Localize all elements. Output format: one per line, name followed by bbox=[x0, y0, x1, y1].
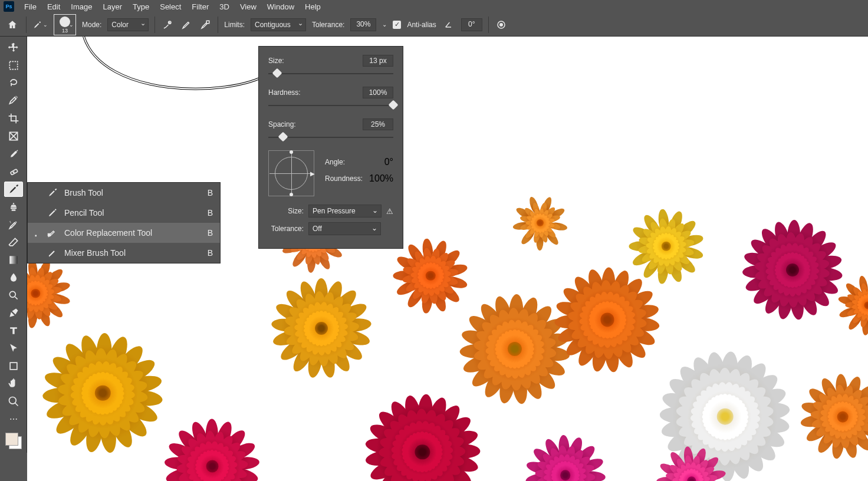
size-label: Size: bbox=[268, 57, 363, 65]
hardness-slider[interactable] bbox=[268, 101, 393, 110]
spacing-slider[interactable] bbox=[268, 133, 393, 142]
flyout-item-label: Mixer Brush Tool bbox=[64, 248, 202, 258]
sampling-bg-swatch-icon[interactable] bbox=[199, 18, 212, 31]
edit-toolbar[interactable]: ⋯ bbox=[4, 411, 23, 427]
spacing-input[interactable]: 25% bbox=[363, 118, 393, 130]
eraser-tool[interactable] bbox=[4, 235, 23, 250]
options-bar: ⌄ 13 ⌄ Mode: Color Limits: Contiguous To… bbox=[0, 13, 868, 37]
tools-panel: ⋯ bbox=[0, 37, 27, 453]
brush-tool-flyout: Brush Tool B Pencil Tool B Color Replace… bbox=[27, 182, 221, 263]
menu-filter[interactable]: Filter bbox=[186, 1, 214, 12]
svg-point-9 bbox=[9, 291, 15, 297]
move-tool[interactable] bbox=[4, 40, 23, 55]
roundness-label: Roundness: bbox=[325, 174, 363, 183]
tolerance-input[interactable]: 30% bbox=[350, 18, 376, 31]
brush-settings-popup: Size: 13 px Hardness: 100% Spacing: 25% … bbox=[258, 46, 403, 249]
angle-input[interactable]: 0° bbox=[384, 157, 393, 167]
dynamic-size-label: Size: bbox=[268, 207, 304, 215]
flyout-item-label: Pencil Tool bbox=[64, 208, 202, 218]
menu-edit[interactable]: Edit bbox=[42, 1, 65, 12]
angle-input[interactable]: 0° bbox=[461, 18, 482, 31]
flyout-color-replacement-tool[interactable]: Color Replacement Tool B bbox=[28, 223, 220, 243]
svg-rect-8 bbox=[9, 256, 17, 263]
antialias-checkbox[interactable]: ✓ bbox=[393, 21, 401, 29]
dynamic-tolerance-label: Tolerance: bbox=[268, 225, 304, 233]
lasso-tool[interactable] bbox=[4, 75, 23, 91]
flyout-item-shortcut: B bbox=[208, 228, 213, 238]
sampling-once-icon[interactable] bbox=[180, 18, 193, 31]
antialias-label: Anti-alias bbox=[407, 21, 436, 29]
crop-tool[interactable] bbox=[4, 111, 23, 126]
hardness-input[interactable]: 100% bbox=[363, 87, 393, 98]
menu-3d[interactable]: 3D bbox=[214, 1, 235, 12]
mixer-brush-icon bbox=[47, 247, 58, 259]
hardness-label: Hardness: bbox=[268, 88, 363, 97]
svg-point-5 bbox=[15, 97, 17, 98]
flyout-item-label: Color Replacement Tool bbox=[64, 228, 202, 238]
clone-stamp-tool[interactable] bbox=[4, 199, 23, 215]
flyout-brush-tool[interactable]: Brush Tool B bbox=[28, 183, 220, 203]
blur-tool[interactable] bbox=[4, 270, 23, 285]
color-swatches[interactable] bbox=[5, 433, 22, 449]
limits-select[interactable]: Contiguous bbox=[251, 18, 306, 31]
spacing-label: Spacing: bbox=[268, 120, 363, 129]
brush-angle-roundness-widget[interactable]: ▶ bbox=[268, 150, 314, 196]
menu-help[interactable]: Help bbox=[300, 1, 326, 12]
chevron-down-icon: ⌄ bbox=[69, 22, 74, 28]
history-brush-tool[interactable] bbox=[4, 217, 23, 232]
gradient-tool[interactable] bbox=[4, 252, 23, 268]
menu-file[interactable]: File bbox=[19, 1, 42, 12]
pressure-size-icon[interactable] bbox=[495, 18, 508, 31]
home-button[interactable] bbox=[5, 17, 20, 32]
menu-window[interactable]: Window bbox=[262, 1, 300, 12]
brush-preset-picker[interactable]: 13 ⌄ bbox=[54, 14, 76, 35]
quick-select-tool[interactable] bbox=[4, 93, 23, 108]
flyout-pencil-tool[interactable]: Pencil Tool B bbox=[28, 203, 220, 223]
selection-indicator bbox=[35, 230, 41, 236]
menu-select[interactable]: Select bbox=[154, 1, 186, 12]
eyedropper-tool[interactable] bbox=[4, 146, 23, 162]
separator bbox=[154, 17, 155, 33]
dynamic-size-select[interactable]: Pen Pressure bbox=[308, 205, 382, 218]
mode-select[interactable]: Color bbox=[107, 18, 149, 31]
angle-icon[interactable] bbox=[442, 18, 455, 31]
hand-tool[interactable] bbox=[4, 376, 23, 391]
brush-tool[interactable] bbox=[4, 182, 23, 197]
path-select-tool[interactable] bbox=[4, 341, 23, 356]
limits-label: Limits: bbox=[224, 21, 245, 29]
size-slider[interactable] bbox=[268, 69, 393, 78]
zoom-tool[interactable] bbox=[4, 394, 23, 409]
flyout-item-shortcut: B bbox=[208, 208, 213, 218]
pen-tool[interactable] bbox=[4, 305, 23, 321]
frame-tool[interactable] bbox=[4, 129, 23, 144]
separator bbox=[218, 17, 218, 33]
selection-indicator bbox=[35, 210, 41, 216]
selection-indicator bbox=[35, 250, 41, 256]
chevron-down-icon[interactable]: ⌄ bbox=[382, 21, 387, 28]
menu-image[interactable]: Image bbox=[65, 1, 97, 12]
tool-preset-picker[interactable]: ⌄ bbox=[32, 18, 48, 32]
flyout-item-shortcut: B bbox=[208, 248, 213, 258]
tolerance-label: Tolerance: bbox=[312, 21, 344, 29]
sampling-continuous-icon[interactable] bbox=[161, 18, 174, 31]
foreground-color-swatch[interactable] bbox=[5, 433, 18, 446]
svg-rect-4 bbox=[9, 61, 17, 69]
svg-point-11 bbox=[9, 397, 16, 404]
menu-type[interactable]: Type bbox=[127, 1, 154, 12]
size-input[interactable]: 13 px bbox=[363, 55, 393, 67]
svg-point-3 bbox=[500, 23, 503, 26]
svg-rect-12 bbox=[48, 234, 51, 236]
dynamic-tolerance-select[interactable]: Off bbox=[308, 222, 381, 235]
menu-view[interactable]: View bbox=[235, 1, 262, 12]
mode-label: Mode: bbox=[82, 21, 101, 29]
brush-size-number: 13 bbox=[62, 28, 68, 34]
flyout-mixer-brush-tool[interactable]: Mixer Brush Tool B bbox=[28, 243, 220, 263]
color-replacement-icon bbox=[47, 227, 58, 239]
healing-brush-tool[interactable] bbox=[4, 164, 23, 179]
shape-tool[interactable] bbox=[4, 358, 23, 374]
type-tool[interactable] bbox=[4, 323, 23, 338]
marquee-tool[interactable] bbox=[4, 58, 23, 73]
dodge-tool[interactable] bbox=[4, 288, 23, 303]
roundness-input[interactable]: 100% bbox=[369, 173, 393, 184]
menu-layer[interactable]: Layer bbox=[98, 1, 128, 12]
